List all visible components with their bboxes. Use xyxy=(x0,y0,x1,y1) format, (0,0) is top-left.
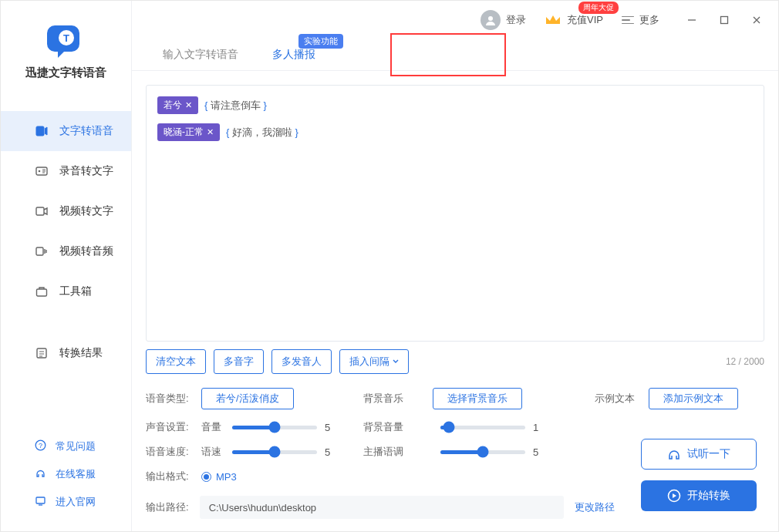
text-to-speech-icon xyxy=(35,124,49,138)
bg-volume-slider[interactable]: 1 xyxy=(433,422,595,433)
speed-row-label: 语音速度: xyxy=(146,445,201,459)
app-logo-icon: T xyxy=(47,19,86,58)
nav-list: 文字转语音 录音转文字 视频转文字 视频转音频 工具箱 转换结果 xyxy=(1,111,131,433)
svg-text:?: ? xyxy=(39,442,42,450)
maximize-button[interactable] xyxy=(709,5,740,35)
topbar: 登录 充值VIP 周年大促 更多 xyxy=(132,1,778,39)
bg-music-select[interactable]: 选择背景音乐 xyxy=(433,388,522,409)
bg-music-label: 背景音乐 xyxy=(363,392,433,406)
nav-toolbox[interactable]: 工具箱 xyxy=(1,271,131,311)
voice-tag[interactable]: 晓涵-正常 ✕ xyxy=(157,123,220,141)
more-button[interactable]: 更多 xyxy=(614,5,667,35)
bg-volume-label: 背景音量 xyxy=(363,420,433,434)
path-label: 输出路径: xyxy=(146,500,189,514)
insert-pause-button[interactable]: 插入间隔 xyxy=(339,349,409,374)
video-to-text-icon xyxy=(35,204,49,218)
minimize-button[interactable] xyxy=(676,5,707,35)
nav-label: 视频转文字 xyxy=(59,204,113,218)
close-icon[interactable]: ✕ xyxy=(185,100,192,110)
tone-slider[interactable]: 5 xyxy=(433,446,595,458)
nav-text-to-speech[interactable]: 文字转语音 xyxy=(1,111,131,151)
chevron-down-icon xyxy=(393,359,399,365)
crown-icon xyxy=(545,12,561,28)
close-icon[interactable]: ✕ xyxy=(207,127,214,137)
highlight-box xyxy=(390,33,506,76)
main: 登录 充值VIP 周年大促 更多 输入文字转语音 多人播报 实验功能 xyxy=(132,1,778,531)
toolbox-icon xyxy=(35,285,49,298)
sidebar-bottom: ? 常见问题 在线客服 进入官网 xyxy=(1,433,131,531)
nav-video-to-audio[interactable]: 视频转音频 xyxy=(1,231,131,271)
voice-tag-label: 若兮 xyxy=(164,99,182,112)
nav-label: 视频转音频 xyxy=(59,244,113,258)
volume-slider[interactable]: 音量 5 xyxy=(201,420,363,434)
format-radio[interactable]: MP3 xyxy=(201,471,363,483)
speed-slider[interactable]: 语速 5 xyxy=(201,445,363,459)
help-icon: ? xyxy=(35,439,46,453)
bottom-label: 在线客服 xyxy=(56,467,96,481)
nav-audio-to-text[interactable]: 录音转文字 xyxy=(1,151,131,191)
svg-rect-7 xyxy=(37,289,47,296)
headset-icon xyxy=(35,467,46,481)
change-path-link[interactable]: 更改路径 xyxy=(575,500,615,514)
action-buttons: 试听一下 开始转换 xyxy=(641,439,757,511)
voice-type-select[interactable]: 若兮/活泼俏皮 xyxy=(201,388,294,409)
tab-label: 输入文字转语音 xyxy=(163,48,238,62)
start-convert-button[interactable]: 开始转换 xyxy=(641,480,757,511)
login-button[interactable]: 登录 xyxy=(473,5,534,35)
svg-point-12 xyxy=(488,16,493,21)
bottom-label: 进入官网 xyxy=(56,495,96,509)
tab-input-tts[interactable]: 输入文字转语音 xyxy=(146,39,255,70)
nav-label: 转换结果 xyxy=(59,346,103,360)
video-to-audio-icon xyxy=(35,244,49,258)
svg-rect-2 xyxy=(36,126,44,136)
window-controls xyxy=(676,5,772,35)
sidebar: T 迅捷文字转语音 文字转语音 录音转文字 视频转文字 视频转音频 工具箱 转换… xyxy=(1,1,132,531)
tab-badge: 实验功能 xyxy=(298,34,343,49)
website-link[interactable]: 进入官网 xyxy=(1,488,131,516)
login-label: 登录 xyxy=(506,13,526,27)
vip-label: 充值VIP xyxy=(567,13,603,27)
nav-label: 录音转文字 xyxy=(59,164,113,178)
editor-area[interactable]: 若兮 ✕ { 请注意倒车 } 晓涵-正常 ✕ { 好滴，我溜啦 } xyxy=(146,85,764,342)
headset-icon xyxy=(667,448,681,460)
tab-multi-speaker[interactable]: 多人播报 实验功能 xyxy=(255,39,332,70)
line-text: { 请注意倒车 } xyxy=(204,99,267,113)
preview-button[interactable]: 试听一下 xyxy=(641,439,757,470)
vip-button[interactable]: 充值VIP 周年大促 xyxy=(537,5,611,35)
editor-toolbar: 清空文本 多音字 多发音人 插入间隔 12 / 2000 xyxy=(146,349,764,374)
sound-settings-label: 声音设置: xyxy=(146,420,201,434)
faq-link[interactable]: ? 常见问题 xyxy=(1,433,131,460)
svg-rect-13 xyxy=(721,17,728,24)
app-title: 迅捷文字转语音 xyxy=(1,66,131,80)
example-text-button[interactable]: 添加示例文本 xyxy=(649,388,738,409)
tabs: 输入文字转语音 多人播报 实验功能 xyxy=(132,39,778,71)
close-button[interactable] xyxy=(741,5,772,35)
polyphone-button[interactable]: 多音字 xyxy=(214,349,264,374)
menu-icon xyxy=(622,16,634,25)
nav-label: 文字转语音 xyxy=(59,124,113,138)
more-label: 更多 xyxy=(639,13,659,27)
voice-tag[interactable]: 若兮 ✕ xyxy=(157,96,198,114)
svg-text:T: T xyxy=(63,32,69,44)
svg-rect-11 xyxy=(36,497,45,503)
radio-icon xyxy=(201,472,211,482)
avatar-icon xyxy=(481,10,501,30)
svg-rect-5 xyxy=(36,207,44,215)
multi-speaker-button[interactable]: 多发音人 xyxy=(271,349,332,374)
example-label: 示例文本 xyxy=(595,392,649,406)
format-label: 输出格式: xyxy=(146,470,201,483)
play-circle-icon xyxy=(667,489,681,503)
clear-text-button[interactable]: 清空文本 xyxy=(146,349,206,374)
nav-results[interactable]: 转换结果 xyxy=(1,333,131,373)
support-link[interactable]: 在线客服 xyxy=(1,460,131,488)
svg-rect-6 xyxy=(36,247,43,255)
svg-point-4 xyxy=(39,170,41,173)
bottom-label: 常见问题 xyxy=(56,439,96,453)
tab-label: 多人播报 xyxy=(272,48,315,62)
output-path-input[interactable] xyxy=(200,496,564,519)
nav-video-to-text[interactable]: 视频转文字 xyxy=(1,191,131,231)
tone-label: 主播语调 xyxy=(363,445,433,459)
logo-area: T 迅捷文字转语音 xyxy=(1,1,131,93)
voice-type-label: 语音类型: xyxy=(146,392,201,406)
line-text: { 好滴，我溜啦 } xyxy=(226,126,298,140)
